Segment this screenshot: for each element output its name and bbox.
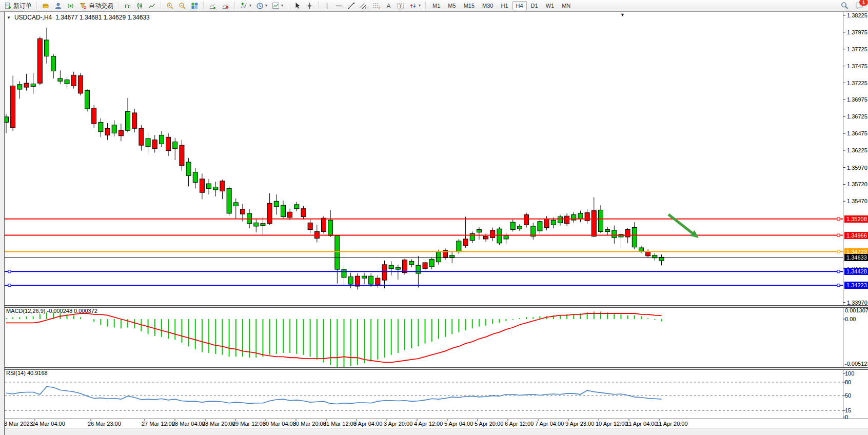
time-label: 5 Apr 20:00 <box>475 421 503 427</box>
chart-shift-button[interactable] <box>220 0 232 11</box>
templates-button[interactable]: ▾ <box>270 0 285 11</box>
crosshair-icon <box>306 2 313 10</box>
price-line-label-1.34428[interactable]: 1.34428 <box>844 268 868 275</box>
separator <box>118 2 119 10</box>
bar-chart-icon <box>124 2 131 10</box>
candlestick-chart-icon <box>136 2 144 10</box>
bar-chart-button[interactable] <box>122 0 133 11</box>
clock-icon <box>256 2 264 10</box>
tile-windows-icon <box>191 2 199 10</box>
toolbar-right: 1 <box>838 0 866 11</box>
trendline-button[interactable] <box>345 0 357 11</box>
price-line-label-1.34633[interactable]: 1.34633 <box>844 254 868 261</box>
channel-button[interactable]: E <box>358 0 370 11</box>
time-label: 11 Apr 20:00 <box>656 421 688 427</box>
timeframe-button-M30[interactable]: M30 <box>479 1 497 10</box>
horizontal-line-button[interactable] <box>333 0 345 11</box>
rsi-axis-label: 80 <box>845 379 851 385</box>
time-label: 5 Apr 04:00 <box>444 421 473 427</box>
text-label-icon: T <box>397 2 405 10</box>
price-tick-label: 1.37225 <box>847 80 867 86</box>
periods-button[interactable]: ▾ <box>254 0 269 11</box>
tile-windows-button[interactable] <box>189 0 201 11</box>
notification-badge: 1 <box>859 0 868 6</box>
macd-label: MACD(12,26,9) -0.000248 0.000372 <box>6 308 97 314</box>
text-button[interactable]: A <box>383 0 394 11</box>
timeframe-button-W1[interactable]: W1 <box>542 1 558 10</box>
timeframe-button-MN[interactable]: MN <box>558 1 574 10</box>
price-tick-label: 1.35470 <box>847 198 867 204</box>
macd-axis-zero: 0.00 <box>845 316 856 322</box>
timeframe-button-M5[interactable]: M5 <box>444 1 459 10</box>
zoom-out-button[interactable] <box>176 0 188 11</box>
indicators-icon <box>240 2 248 10</box>
time-label: 11 Apr 04:00 <box>626 421 658 427</box>
time-label: 28 Mar 04:00 <box>172 421 205 427</box>
text-label-button[interactable]: T <box>394 0 407 11</box>
timeframe-button-H4[interactable]: H4 <box>512 1 527 10</box>
one-click-dropdown-icon[interactable]: ▼ <box>7 15 11 20</box>
arrows-caret-icon: ▾ <box>419 4 421 8</box>
price-tick-label: 1.38225 <box>847 12 867 18</box>
separator <box>36 2 37 10</box>
community-icon <box>54 2 62 10</box>
time-label: 10 Apr 12:00 <box>596 421 627 427</box>
signals-button[interactable] <box>65 0 76 11</box>
text-icon: A <box>385 2 392 10</box>
symbol-period-label: USDCAD-,H4 <box>14 14 52 21</box>
autotrading-button[interactable]: 自动交易 <box>77 0 115 11</box>
timeframe-button-M1[interactable]: M1 <box>429 1 444 10</box>
timeframe-button-M15[interactable]: M15 <box>460 1 478 10</box>
line-chart-button[interactable] <box>146 0 158 11</box>
indicators-caret-icon: ▾ <box>249 4 251 8</box>
trendline-icon <box>347 2 355 10</box>
price-tick-label: 1.36225 <box>847 147 867 153</box>
zoom-in-icon <box>166 2 174 10</box>
rsi-label: RSI(14) 40.9168 <box>6 370 48 376</box>
new-order-button[interactable]: 新订单 <box>2 0 34 11</box>
community-button[interactable] <box>52 0 64 11</box>
chat-button[interactable]: 1 <box>853 0 866 11</box>
time-label: 27 Mar 12:00 <box>142 421 175 427</box>
market-icon <box>42 2 50 10</box>
mt4-terminal-window: 新订单 自动交易 <box>0 0 868 435</box>
time-label: 28 Mar 20:00 <box>202 421 235 427</box>
fibonacci-button[interactable]: F <box>370 0 383 11</box>
time-label: 24 Mar 04:00 <box>32 421 65 427</box>
cursor-button[interactable] <box>291 0 303 11</box>
candlestick-chart-button[interactable] <box>134 0 146 11</box>
time-label: 29 Mar 12:00 <box>232 421 266 427</box>
price-tick-label: 1.36975 <box>847 96 867 103</box>
time-label: 30 Mar 04:00 <box>263 421 296 427</box>
timeframe-button-H1[interactable]: H1 <box>497 1 511 10</box>
price-tick-label: 1.33970 <box>847 300 867 306</box>
chart-title: ▼ USDCAD-,H4 1.34677 1.34681 1.34629 1.3… <box>7 14 150 21</box>
time-label: 9 Apr 23:00 <box>565 421 594 427</box>
auto-scroll-button[interactable] <box>207 0 219 11</box>
crosshair-button[interactable] <box>304 0 315 11</box>
ohlc-values: 1.34677 1.34681 1.34629 1.34633 <box>55 14 150 21</box>
cursor-icon <box>293 2 301 10</box>
fibonacci-icon: F <box>372 2 381 10</box>
separator <box>161 2 162 10</box>
price-line-label-1.35208[interactable]: 1.35208 <box>844 215 868 223</box>
market-button[interactable] <box>40 0 52 11</box>
window-bottom-strip <box>0 428 868 435</box>
rsi-line <box>6 387 661 404</box>
price-tick-label: 1.37475 <box>847 63 867 69</box>
macd-axis-min: -0.005123 <box>845 361 868 367</box>
arrows-button[interactable]: ▾ <box>407 0 423 11</box>
price-line-label-1.34966[interactable]: 1.34966 <box>844 232 868 239</box>
toolbar: 新订单 自动交易 <box>0 0 868 12</box>
separator <box>234 2 235 10</box>
indicators-button[interactable]: ▾ <box>238 0 253 11</box>
price-line-label-1.34223[interactable]: 1.34223 <box>844 282 868 289</box>
chart-plot-area[interactable] <box>5 12 843 305</box>
search-button[interactable] <box>838 0 851 11</box>
vertical-line-button[interactable] <box>322 0 332 11</box>
autotrading-icon <box>79 2 87 10</box>
zoom-in-button[interactable] <box>164 0 176 11</box>
main-macd-splitter[interactable] <box>4 305 868 308</box>
macd-rsi-splitter[interactable] <box>4 367 868 370</box>
timeframe-button-D1[interactable]: D1 <box>527 1 542 10</box>
